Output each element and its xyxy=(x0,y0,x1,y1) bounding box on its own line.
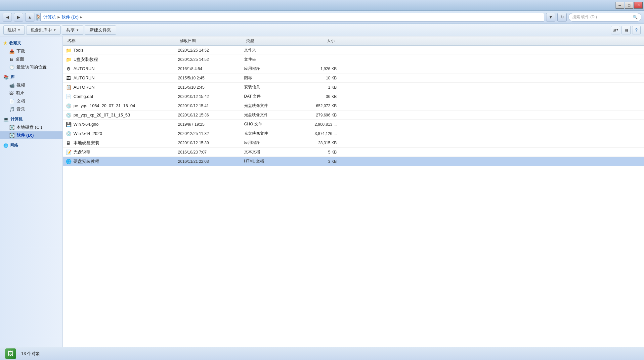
file-type: 安装信息 xyxy=(244,84,297,90)
table-row[interactable]: ⚙ AUTORUN 2016/1/8 4:54 应用程序 1,926 KB xyxy=(63,64,644,73)
col-header-type[interactable]: 类型 xyxy=(244,38,297,44)
table-row[interactable]: 📄 Config.dat 2020/10/12 15:42 DAT 文件 36 … xyxy=(63,92,644,101)
back-button[interactable]: ◀ xyxy=(3,13,12,22)
file-name: Config.dat xyxy=(73,94,93,99)
file-date: 2015/5/10 2:45 xyxy=(178,76,244,80)
forward-button[interactable]: ▶ xyxy=(14,13,23,22)
file-type: GHO 文件 xyxy=(244,121,297,127)
table-row[interactable]: 🌐 硬盘安装教程 2016/11/21 22:03 HTML 文档 3 KB xyxy=(63,157,644,166)
col-header-date[interactable]: 修改日期 xyxy=(178,38,244,44)
file-name: AUTORUN xyxy=(73,85,95,90)
sidebar-header-favorites[interactable]: ★ 收藏夹 xyxy=(0,39,63,47)
view-dropdown-icon: ▼ xyxy=(616,28,619,31)
up-button[interactable]: ▲ xyxy=(25,13,34,22)
documents-label: 文档 xyxy=(17,98,25,104)
breadcrumb-drive[interactable]: 软件 (D:) xyxy=(62,14,78,20)
address-path[interactable]: 计算机 ▶ 软件 (D:) ▶ xyxy=(40,13,544,22)
new-folder-button[interactable]: 新建文件夹 xyxy=(85,25,116,35)
table-row[interactable]: 📁 Tools 2020/12/25 14:52 文件夹 xyxy=(63,46,644,55)
file-type: 图标 xyxy=(244,75,297,81)
file-name-cell: 💿 pe_yqs_xp_20_07_31_15_53 xyxy=(65,112,178,118)
up-icon: ▲ xyxy=(28,15,32,20)
include-library-button[interactable]: 包含到库中 ▼ xyxy=(26,25,61,35)
sidebar-section-network: 🌐 网络 xyxy=(0,141,63,150)
sidebar-item-desktop[interactable]: 🖥 桌面 xyxy=(0,55,63,63)
file-name: AUTORUN xyxy=(73,75,95,80)
table-row[interactable]: 📋 AUTORUN 2015/5/10 2:45 安装信息 1 KB xyxy=(63,83,644,92)
sidebar-item-recent[interactable]: 🕐 最近访问的位置 xyxy=(0,63,63,71)
file-icon-folder: 📁 xyxy=(65,47,71,53)
include-dropdown-icon: ▼ xyxy=(53,28,56,32)
view-toggle-button[interactable]: ⊞ ▼ xyxy=(611,26,620,34)
table-row[interactable]: 💿 pe_yqs_1064_20_07_31_16_04 2020/10/12 … xyxy=(63,101,644,111)
file-type: 应用程序 xyxy=(244,140,297,146)
sidebar-item-video[interactable]: 📹 视频 xyxy=(0,81,63,89)
file-name-cell: ⚙ AUTORUN xyxy=(65,66,178,72)
file-name: U盘安装教程 xyxy=(73,57,98,63)
sidebar-item-drive-d[interactable]: 💽 软件 (D:) xyxy=(0,131,63,139)
close-button[interactable]: ✕ xyxy=(634,2,643,9)
file-type: 应用程序 xyxy=(244,66,297,71)
file-type: 光盘映像文件 xyxy=(244,112,297,118)
file-name-cell: 📁 U盘安装教程 xyxy=(65,57,178,63)
download-label: 下载 xyxy=(17,48,25,54)
help-icon: ? xyxy=(635,27,638,32)
table-row[interactable]: 📁 U盘安装教程 2020/12/25 14:52 文件夹 xyxy=(63,55,644,64)
file-name: 本地硬盘安装 xyxy=(73,140,99,146)
file-size: 10 KB xyxy=(297,76,337,80)
share-button[interactable]: 共享 ▼ xyxy=(62,25,83,35)
main-layout: ★ 收藏夹 📥 下载 🖥 桌面 🕐 最近访问的位置 📚 库 xyxy=(0,36,644,347)
home-icon-area: 🏠 xyxy=(36,14,38,21)
refresh-icon: ↻ xyxy=(560,15,564,20)
search-box[interactable]: 搜索 软件 (D:) 🔍 xyxy=(569,13,641,22)
col-header-name[interactable]: 名称 xyxy=(65,38,178,44)
file-name-cell: 💿 Win7x64_2020 xyxy=(65,131,178,137)
file-name-cell: 🖥 本地硬盘安装 xyxy=(65,140,178,146)
share-dropdown-icon: ▼ xyxy=(76,28,79,32)
sidebar-item-pictures[interactable]: 🖼 图片 xyxy=(0,89,63,97)
file-name: 光盘说明 xyxy=(73,149,91,155)
pictures-label: 图片 xyxy=(16,90,24,96)
minimize-button[interactable]: ─ xyxy=(616,2,624,9)
help-button[interactable]: ? xyxy=(632,26,641,34)
refresh-button[interactable]: ↻ xyxy=(557,13,567,22)
preview-pane-button[interactable]: ▤ xyxy=(622,26,631,34)
table-row[interactable]: 💿 pe_yqs_xp_20_07_31_15_53 2020/10/12 15… xyxy=(63,111,644,120)
organize-label: 组织 xyxy=(8,27,16,33)
dropdown-button[interactable]: ▼ xyxy=(546,13,555,22)
sidebar-header-library[interactable]: 📚 库 xyxy=(0,73,63,81)
desktop-icon: 🖥 xyxy=(9,57,14,62)
file-icon-dat: 📄 xyxy=(65,94,71,100)
file-name: pe_yqs_xp_20_07_31_15_53 xyxy=(73,112,130,117)
sidebar-section-library: 📚 库 📹 视频 🖼 图片 📄 文档 🎵 音乐 xyxy=(0,73,63,113)
sidebar-header-network[interactable]: 🌐 网络 xyxy=(0,141,63,150)
network-icon: 🌐 xyxy=(3,143,8,148)
sidebar-header-computer[interactable]: 💻 计算机 xyxy=(0,115,63,123)
file-icon-img: 🖼 xyxy=(65,75,71,81)
table-row[interactable]: 💿 Win7x64_2020 2020/12/25 11:32 光盘映像文件 3… xyxy=(63,129,644,138)
sidebar-item-download[interactable]: 📥 下载 xyxy=(0,47,63,55)
file-size: 652,072 KB xyxy=(297,104,337,108)
new-folder-label: 新建文件夹 xyxy=(90,27,111,33)
view-icon: ⊞ xyxy=(613,28,616,32)
computer-label: 计算机 xyxy=(11,116,22,122)
table-row[interactable]: 🖼 AUTORUN 2015/5/10 2:45 图标 10 KB xyxy=(63,73,644,83)
video-label: 视频 xyxy=(17,82,25,88)
file-size: 3 KB xyxy=(297,159,337,164)
breadcrumb-computer[interactable]: 计算机 xyxy=(43,14,56,20)
organize-button[interactable]: 组织 ▼ xyxy=(3,25,25,35)
status-app-icon: 🖼 xyxy=(5,348,16,359)
file-size: 1 KB xyxy=(297,85,337,90)
file-name-cell: 🌐 硬盘安装教程 xyxy=(65,158,178,164)
file-icon-exe: ⚙ xyxy=(65,66,71,72)
organize-dropdown-icon: ▼ xyxy=(18,28,21,32)
sidebar-item-documents[interactable]: 📄 文档 xyxy=(0,97,63,105)
table-row[interactable]: 💾 Win7x64.gho 2019/9/7 19:25 GHO 文件 2,90… xyxy=(63,120,644,129)
file-name-cell: 💿 pe_yqs_1064_20_07_31_16_04 xyxy=(65,103,178,109)
table-row[interactable]: 📝 光盘说明 2016/10/23 7:07 文本文档 5 KB xyxy=(63,148,644,157)
sidebar-item-drive-c[interactable]: 💽 本地磁盘 (C:) xyxy=(0,123,63,131)
table-row[interactable]: 🖥 本地硬盘安装 2020/10/12 15:30 应用程序 28,315 KB xyxy=(63,138,644,148)
sidebar-item-music[interactable]: 🎵 音乐 xyxy=(0,105,63,113)
maximize-button[interactable]: □ xyxy=(625,2,633,9)
col-header-size[interactable]: 大小 xyxy=(297,38,337,44)
